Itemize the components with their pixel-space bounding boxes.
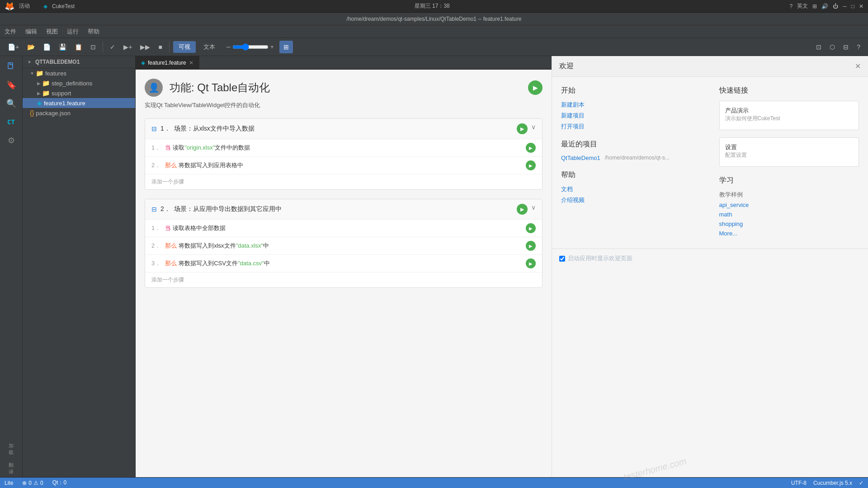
- stop-button[interactable]: ■: [155, 41, 165, 53]
- quick-link-1: 设置 配置设置: [725, 143, 854, 159]
- editor-tab-feature1[interactable]: ◈ feature1.feature ✕: [136, 56, 199, 70]
- power-icon[interactable]: ⏻: [833, 3, 838, 9]
- network-icon[interactable]: ⊞: [812, 3, 817, 9]
- feature-content: 👤 功能: Qt Table自动化 ▶ 实现Qt TableView/Table…: [136, 70, 552, 477]
- save-button[interactable]: 💾: [56, 41, 70, 53]
- tree-item-package[interactable]: {} package.json: [23, 108, 135, 118]
- support-arrow: ▶: [37, 91, 41, 96]
- save-all-button[interactable]: 📋: [71, 41, 85, 53]
- teach-link-0[interactable]: api_service: [719, 202, 859, 208]
- step-row-2-1: 1． 当 读取表格中全部数据 ▶: [145, 220, 542, 237]
- feature1-label: feature1.feature: [44, 100, 85, 107]
- menu-help[interactable]: 帮助: [88, 28, 99, 36]
- zoom-plus-icon[interactable]: +: [270, 43, 274, 50]
- recent-section: 最近的项目 QtTableDemo1 /home/dream/demos/qt-…: [561, 140, 701, 161]
- error-count: 0: [28, 480, 32, 486]
- teach-link-math[interactable]: math: [719, 211, 859, 218]
- tree-root-arrow[interactable]: ▼: [27, 60, 32, 65]
- show-welcome-label[interactable]: 启动应用时显示欢迎页面: [568, 254, 632, 263]
- window-close[interactable]: ✕: [859, 3, 863, 9]
- tree-item-step-definitions[interactable]: ▶ 📁 step_definitions: [23, 78, 135, 88]
- menu-file[interactable]: 文件: [5, 28, 16, 36]
- step-run-btn-1-1[interactable]: ▶: [526, 143, 536, 153]
- step-run-btn-2-3[interactable]: ▶: [526, 258, 536, 268]
- step-run-btn-1-2[interactable]: ▶: [526, 160, 536, 170]
- info-button[interactable]: ?: [854, 41, 863, 53]
- welcome-checkbox-row: 启动应用时显示欢迎页面: [552, 249, 868, 268]
- menu-edit[interactable]: 编辑: [25, 28, 37, 36]
- open-file-button[interactable]: 📄: [40, 41, 54, 53]
- welcome-close-button[interactable]: ✕: [855, 62, 861, 70]
- side-icon-text[interactable]: 加 载: [3, 441, 19, 458]
- teach-link-more[interactable]: More...: [719, 230, 859, 237]
- scenario-run-btn-2[interactable]: ▶: [517, 204, 528, 215]
- run-button[interactable]: ▶+: [120, 41, 135, 53]
- scenario-block-2: ⊟ 2． 场景：从应用中导出数据到其它应用中 ▶ ∨ 1． 当 读取表格中全部数…: [145, 199, 542, 288]
- tree-item-features[interactable]: ▼ 📁 features: [23, 68, 135, 78]
- window-minimize[interactable]: ─: [843, 3, 847, 9]
- open-project-link[interactable]: 打开项目: [561, 122, 701, 131]
- video-link[interactable]: 介绍视频: [561, 196, 701, 204]
- tab-visual[interactable]: 可视: [173, 41, 196, 53]
- window-maximize[interactable]: □: [851, 3, 854, 9]
- side-icon-translate[interactable]: 翻 译: [3, 460, 19, 477]
- scenario-run-btn-1[interactable]: ▶: [517, 123, 528, 134]
- add-step-1[interactable]: 添加一个步骤: [145, 174, 542, 189]
- menu-view[interactable]: 视图: [46, 28, 58, 36]
- tree-item-support[interactable]: ▶ 📁 support: [23, 88, 135, 98]
- side-icon-settings[interactable]: ⚙: [3, 132, 19, 149]
- support-label: support: [52, 90, 71, 97]
- preview-button[interactable]: ⊞: [279, 41, 293, 53]
- step-num-2-2: 2．: [151, 242, 160, 250]
- step-run-btn-2-2[interactable]: ▶: [526, 241, 536, 251]
- tab-close-button[interactable]: ✕: [189, 60, 193, 66]
- quick-link-title-0[interactable]: 产品演示: [725, 107, 854, 115]
- step-string-2-3: "data.csv": [238, 260, 264, 267]
- scenario-expand-2[interactable]: ∨: [531, 204, 536, 215]
- editor-tab-bar: ◈ feature1.feature ✕: [136, 56, 552, 70]
- open-folder-button[interactable]: 📂: [24, 41, 38, 53]
- step-run-btn-2-1[interactable]: ▶: [526, 223, 536, 233]
- scenario-expand-1[interactable]: ∨: [531, 123, 536, 134]
- help-icon[interactable]: ?: [790, 3, 793, 9]
- step-num-1-2: 2．: [151, 161, 160, 169]
- volume-icon[interactable]: 🔊: [821, 3, 828, 9]
- tab-text[interactable]: 文本: [198, 41, 221, 53]
- side-icon-bookmark[interactable]: 🔖: [3, 77, 19, 93]
- check-button[interactable]: ✓: [107, 41, 118, 53]
- add-step-2[interactable]: 添加一个步骤: [145, 272, 542, 287]
- docs-link[interactable]: 文档: [561, 185, 701, 193]
- scenario-title-1: 1． 场景：从xlsx文件中导入数据: [160, 125, 517, 133]
- topbar-left: 🦊 活动 ◈ CukeTest: [5, 1, 75, 11]
- stepdefs-arrow: ▶: [37, 81, 41, 86]
- welcome-title: 欢迎: [559, 61, 574, 71]
- menu-run[interactable]: 运行: [67, 28, 79, 36]
- side-icon-files[interactable]: [3, 58, 19, 75]
- tree-item-feature1[interactable]: ◈ feature1.feature: [23, 98, 135, 108]
- quick-link-title-1[interactable]: 设置: [725, 143, 854, 151]
- side-icon-search[interactable]: 🔍: [3, 95, 19, 112]
- start-title: 开始: [561, 86, 701, 95]
- teach-link-shopping[interactable]: shopping: [719, 221, 859, 227]
- new-script-link[interactable]: 新建剧本: [561, 101, 701, 109]
- new-file-button[interactable]: 📄+: [5, 41, 22, 53]
- step-keyword-2-3: 那么: [165, 259, 177, 267]
- feature-run-button[interactable]: ▶: [528, 80, 542, 95]
- zoom-slider[interactable]: [232, 43, 269, 51]
- scenario-title-2: 2． 场景：从应用中导出数据到其它应用中: [160, 205, 517, 213]
- recent-name-0[interactable]: QtTableDemo1: [561, 155, 600, 161]
- app-name[interactable]: CukeTest: [52, 3, 75, 9]
- record-button[interactable]: ⊡: [813, 41, 825, 53]
- copy-button[interactable]: ⊡: [87, 41, 99, 53]
- zoom-minus-icon[interactable]: ─: [226, 43, 231, 50]
- new-project-link[interactable]: 新建项目: [561, 112, 701, 120]
- run-all-button[interactable]: ▶▶: [137, 41, 153, 53]
- layout-button[interactable]: ⊟: [840, 41, 852, 53]
- language-selector[interactable]: 英文: [797, 2, 808, 10]
- scenario-header-2[interactable]: ⊟ 2． 场景：从应用中导出数据到其它应用中 ▶ ∨: [145, 199, 542, 220]
- show-welcome-checkbox[interactable]: [559, 256, 565, 262]
- scenario-header-1[interactable]: ⊟ 1． 场景：从xlsx文件中导入数据 ▶ ∨: [145, 119, 542, 139]
- help-title: 帮助: [561, 170, 701, 180]
- side-icon-run[interactable]: CT: [3, 114, 19, 130]
- 3d-button[interactable]: ⬡: [826, 41, 838, 53]
